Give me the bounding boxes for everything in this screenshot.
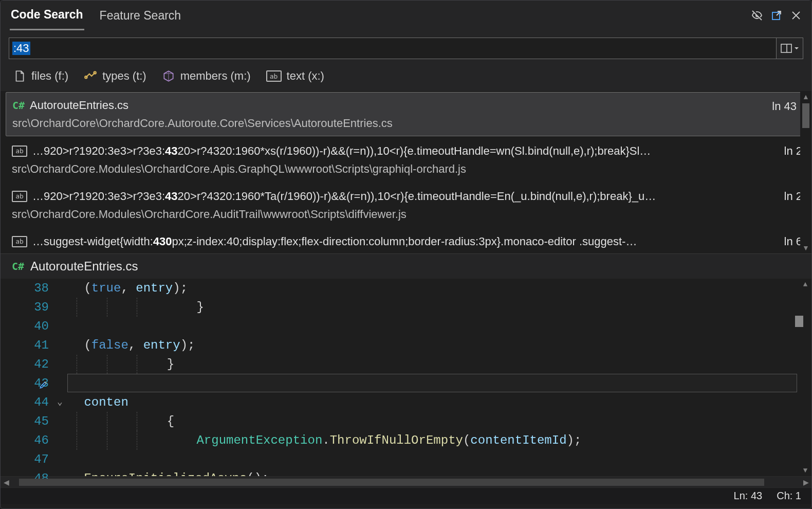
result-snippet: …suggest-widget{width:430px;z-index:40;d… [32,233,637,250]
status-col: Ch: 1 [777,490,801,502]
code-line[interactable]: } [77,355,811,374]
results-list: C#AutorouteEntries.cssrc\OrchardCore\Orc… [1,91,811,253]
editor-scrollbar[interactable]: ▲ ▼ [799,279,811,476]
code-line[interactable] [77,317,811,336]
result-line-number: ln 6 [784,233,802,250]
result-title: AutorouteEntries.cs [30,97,128,114]
filter-types[interactable]: types (t:) [84,69,146,83]
code-line[interactable]: ArgumentException.ThrowIfNullOrEmpty(con… [77,431,811,450]
result-item[interactable]: ab…920>r?1920:3e3>r?3e3:4320>r?4320:1960… [1,137,811,183]
line-number: 46 [1,431,49,450]
result-snippet: …920>r?1920:3e3>r?3e3:4320>r?4320:1960*x… [32,142,651,159]
view-options-button[interactable] [777,38,803,59]
code-line[interactable] [77,450,811,469]
types-icon [84,69,97,83]
chevron-down-icon [794,46,799,51]
result-item[interactable]: ab…suggest-widget{width:430px;z-index:40… [1,228,811,253]
scroll-up-icon[interactable]: ▲ [802,91,809,102]
filter-text[interactable]: ab text (x:) [266,69,324,83]
code-editor[interactable]: 3839404142434445464748 ⌄ (true, entry); … [1,279,811,476]
filter-members[interactable]: members (m:) [162,69,251,83]
code-line[interactable]: (false, entry); [77,336,811,355]
text-icon: ab [12,146,27,157]
line-number: 38 [1,279,49,298]
open-external-icon[interactable] [770,9,783,22]
text-icon: ab [12,191,27,202]
csharp-icon: C# [12,260,24,272]
scroll-thumb[interactable] [19,479,764,486]
result-path: src\OrchardCore.Modules\OrchardCore.Reso… [12,251,800,253]
tab-feature-search[interactable]: Feature Search [99,5,182,30]
search-row: :43 [1,29,811,64]
fold-chevron-icon[interactable]: ⌄ [57,393,63,412]
result-path: src\OrchardCore.Modules\OrchardCore.Apis… [12,160,800,177]
search-query: :43 [12,42,30,55]
search-input[interactable]: :43 [9,38,777,59]
filter-bar: files (f:) types (t:) members (m:) ab te… [1,64,811,91]
status-bar: Ln: 43 Ch: 1 [1,487,811,504]
code-line[interactable]: { [77,412,811,431]
code-line[interactable] [77,374,811,393]
line-number: 41 [1,336,49,355]
preview-header: C# AutorouteEntries.cs [1,253,811,279]
file-icon [13,69,26,83]
fold-gutter[interactable]: ⌄ [52,279,77,476]
result-item[interactable]: ab…920>r?1920:3e3>r?3e3:4320>r?4320:1960… [1,183,811,228]
text-icon: ab [266,70,282,82]
code-line[interactable]: EnsureInitializedAsync(); [77,469,811,476]
svg-rect-1 [781,44,791,52]
csharp-icon: C# [12,98,25,113]
text-icon: ab [12,236,27,247]
result-path: src\OrchardCore.Modules\OrchardCore.Audi… [12,206,800,223]
horizontal-scrollbar[interactable]: ◀ ▶ [1,476,811,487]
members-icon [162,69,175,83]
result-line-number: ln 2 [784,188,802,205]
line-number: 45 [1,412,49,431]
tab-code-search[interactable]: Code Search [10,4,84,30]
close-icon[interactable] [790,9,802,22]
result-line-number: ln 43 [772,98,797,115]
line-number: 40 [1,317,49,336]
line-number: 39 [1,298,49,317]
scroll-down-icon[interactable]: ▼ [802,242,809,253]
edit-brush-icon[interactable] [39,377,49,396]
result-snippet: …920>r?1920:3e3>r?3e3:4320>r?4320:1960*T… [32,188,656,205]
scroll-down-icon[interactable]: ▼ [803,465,807,476]
code-line[interactable]: (true, entry); [77,279,811,298]
code-line[interactable]: conten [77,393,811,412]
line-number: 42 [1,355,49,374]
eye-off-icon[interactable] [751,9,763,22]
results-scrollbar[interactable]: ▲ ▼ [800,91,811,253]
scroll-thumb[interactable] [802,103,809,128]
header: Code Search Feature Search [1,1,811,29]
scroll-up-icon[interactable]: ▲ [803,279,807,290]
filter-files[interactable]: files (f:) [13,69,68,83]
preview-filename: AutorouteEntries.cs [30,259,138,274]
line-number: 47 [1,450,49,469]
result-path: src\OrchardCore\OrchardCore.Autoroute.Co… [12,115,800,132]
status-line: Ln: 43 [734,490,763,502]
layout-icon [781,44,792,53]
result-item[interactable]: C#AutorouteEntries.cssrc\OrchardCore\Orc… [6,92,806,136]
result-line-number: ln 2 [784,142,802,159]
code-line[interactable]: } [77,298,811,317]
scroll-thumb[interactable] [795,316,803,327]
code-content[interactable]: (true, entry); } (false, entry); } conte… [77,279,811,476]
